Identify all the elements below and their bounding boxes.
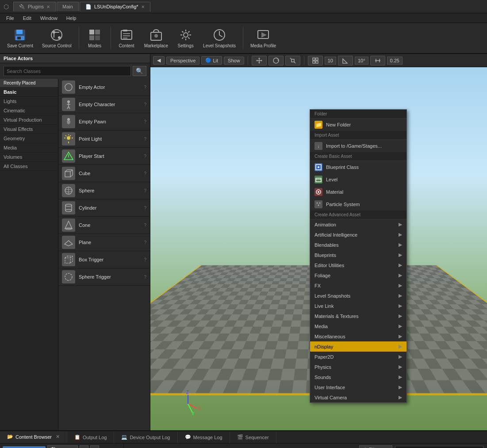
menu-file[interactable]: File — [2, 15, 19, 22]
marketplace-button[interactable]: Marketplace — [141, 26, 172, 50]
actor-item[interactable]: Empty Character ? — [58, 96, 150, 113]
show-button[interactable]: Show — [224, 57, 244, 65]
save-all-button[interactable]: 💾 Save All — [47, 445, 78, 448]
category-media[interactable]: Media — [0, 143, 58, 153]
actor-item[interactable]: Point Light ? — [58, 130, 150, 148]
sphere-help[interactable]: ? — [144, 188, 146, 193]
actor-item[interactable]: Cylinder ? — [58, 199, 150, 217]
settings-button[interactable]: Settings — [173, 26, 198, 50]
plane-help[interactable]: ? — [144, 240, 146, 245]
grid-value[interactable]: 10 — [325, 57, 336, 65]
empty-character-help[interactable]: ? — [144, 102, 146, 107]
tab-main[interactable]: Main — [57, 2, 79, 11]
menu-help[interactable]: Help — [62, 15, 81, 22]
browser-nav-back[interactable]: ◀ — [80, 445, 88, 448]
cm-foliage[interactable]: Foliage▶ — [310, 270, 406, 280]
angle-snap-button[interactable] — [338, 56, 353, 65]
scale-tool[interactable] — [285, 56, 300, 65]
cm-paper2d[interactable]: Paper2D▶ — [310, 352, 406, 362]
actor-item[interactable]: Player Start ? — [58, 148, 150, 165]
cm-animation[interactable]: Animation▶ — [310, 219, 406, 230]
box-trigger-help[interactable]: ? — [144, 257, 146, 262]
tab-device-output-log[interactable]: 💻 Device Output Log — [114, 431, 177, 443]
translate-tool[interactable] — [252, 56, 267, 65]
viewport-nav-back[interactable]: ◀ — [153, 56, 165, 65]
cm-import-game[interactable]: ↓ Import to /Game/Stages... — [310, 140, 406, 152]
category-lights[interactable]: Lights — [0, 97, 58, 106]
category-visual-effects[interactable]: Visual Effects — [0, 125, 58, 134]
category-basic[interactable]: Basic — [0, 88, 58, 97]
modes-button[interactable]: Modes — [83, 26, 107, 50]
category-geometry[interactable]: Geometry — [0, 134, 58, 143]
cm-artificial-intelligence[interactable]: Artificial Intelligence▶ — [310, 230, 406, 240]
scale-snap-button[interactable] — [370, 56, 385, 65]
tab-content-browser[interactable]: 📂 Content Browser ✕ — [0, 431, 67, 443]
cm-material[interactable]: Material — [310, 186, 406, 198]
actor-item[interactable]: Box Trigger ? — [58, 251, 150, 268]
cm-blendables[interactable]: Blendables▶ — [310, 240, 406, 250]
category-volumes[interactable]: Volumes — [0, 153, 58, 162]
cm-level[interactable]: Level — [310, 173, 406, 186]
cone-help[interactable]: ? — [144, 223, 146, 228]
player-start-help[interactable]: ? — [144, 154, 146, 159]
cm-materials-textures[interactable]: Materials & Textures▶ — [310, 311, 406, 321]
source-control-button[interactable]: Source Control — [38, 26, 75, 50]
actor-item[interactable]: Empty Pawn ? — [58, 113, 150, 130]
cube-help[interactable]: ? — [144, 171, 146, 176]
cylinder-help[interactable]: ? — [144, 206, 146, 211]
empty-actor-help[interactable]: ? — [144, 85, 146, 90]
cm-blueprint-class[interactable]: Blueprint Class — [310, 161, 406, 173]
actor-item[interactable]: Sphere Trigger ? — [58, 268, 150, 286]
cm-user-interface[interactable]: User Interface▶ — [310, 382, 406, 392]
cm-miscellaneous[interactable]: Miscellaneous▶ — [310, 331, 406, 341]
level-snapshots-button[interactable]: Level Snapshots — [199, 26, 239, 50]
filters-button[interactable]: ⚙ Filters ▼ — [359, 445, 392, 448]
cm-sounds[interactable]: Sounds▶ — [310, 372, 406, 382]
angle-value[interactable]: 10° — [355, 57, 368, 65]
cm-virtual-camera[interactable]: Virtual Camera▶ — [310, 392, 406, 402]
tab-plugins-close[interactable]: ✕ — [46, 4, 50, 9]
scale-value[interactable]: 0.25 — [387, 57, 403, 65]
tab-plugins[interactable]: 🔌 Plugins ✕ — [13, 2, 56, 11]
sphere-trigger-help[interactable]: ? — [144, 275, 146, 280]
tab-message-log[interactable]: 💬 Message Log — [178, 431, 230, 443]
category-all-classes[interactable]: All Classes — [0, 162, 58, 171]
save-current-button[interactable]: Save Current — [4, 26, 37, 50]
category-recently-placed[interactable]: Recently Placed — [0, 79, 58, 88]
cm-new-folder[interactable]: 📁 New Folder — [310, 119, 406, 131]
point-light-help[interactable]: ? — [144, 137, 146, 142]
add-import-button[interactable]: + Add/Import ▼ — [3, 446, 46, 448]
cm-blueprints[interactable]: Blueprints▶ — [310, 250, 406, 260]
menu-edit[interactable]: Edit — [19, 15, 36, 22]
search-button[interactable]: 🔍 — [133, 66, 146, 76]
cm-physics[interactable]: Physics▶ — [310, 362, 406, 372]
actor-item[interactable]: Cone ? — [58, 217, 150, 234]
cm-editor-utilities[interactable]: Editor Utilities▶ — [310, 260, 406, 270]
content-browser-close[interactable]: ✕ — [56, 434, 60, 440]
tab-sequencer[interactable]: 🎬 Sequencer — [230, 431, 276, 443]
content-button[interactable]: Content — [115, 26, 139, 50]
rotate-tool[interactable] — [268, 56, 284, 65]
actor-item[interactable]: Cube ? — [58, 165, 150, 182]
cm-level-snapshots-adv[interactable]: Level Snapshots▶ — [310, 291, 406, 301]
browser-nav-forward[interactable]: ▶ — [90, 445, 99, 448]
cm-fx[interactable]: FX▶ — [310, 280, 406, 291]
media-profile-button[interactable]: Media Profile — [247, 26, 280, 50]
tab-lsundisplay[interactable]: 📄 LSUnDisplayConfig* ✕ — [80, 2, 150, 11]
search-classes-input[interactable] — [4, 66, 131, 76]
empty-pawn-help[interactable]: ? — [144, 119, 146, 124]
tab-lsundisplay-close[interactable]: ✕ — [141, 4, 145, 9]
category-cinematic[interactable]: Cinematic — [0, 106, 58, 115]
menu-window[interactable]: Window — [36, 15, 62, 22]
lit-button[interactable]: 🔵 Lit — [201, 56, 222, 65]
actor-item[interactable]: Sphere ? — [58, 182, 150, 199]
category-virtual-production[interactable]: Virtual Production — [0, 115, 58, 125]
perspective-button[interactable]: Perspective — [166, 57, 199, 65]
actor-item[interactable]: Empty Actor ? — [58, 79, 150, 96]
actor-item[interactable]: Plane ? — [58, 234, 150, 251]
grid-snap-button[interactable] — [308, 56, 323, 65]
tab-output-log[interactable]: 📋 Output Log — [67, 431, 114, 443]
cm-ndisplay[interactable]: nDisplay▶ — [310, 341, 406, 352]
cm-media[interactable]: Media▶ — [310, 321, 406, 331]
viewport-3d[interactable]: X Y Z Folder 📁 New Folder Import Asset ↓… — [150, 67, 487, 430]
